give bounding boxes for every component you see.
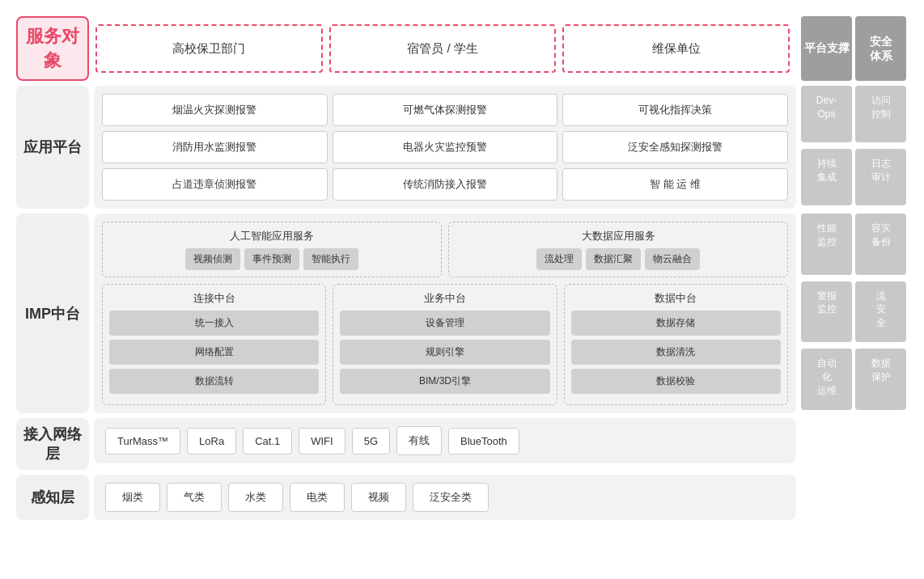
app-item-2: 可视化指挥决策 xyxy=(562,94,788,126)
sense-item-5: 泛安全类 xyxy=(413,483,489,512)
imp-label: IMP中台 xyxy=(16,213,89,413)
big-title: 大数据应用服务 xyxy=(456,229,781,243)
connect-item-1: 网络配置 xyxy=(109,340,319,365)
ai-tags: 视频侦测 事件预测 智能执行 xyxy=(109,248,434,270)
big-tag-0: 流处理 xyxy=(536,248,582,270)
data-item-0: 数据存储 xyxy=(571,311,781,336)
app-item-3: 消防用水监测报警 xyxy=(102,131,328,163)
network-item-5: 有线 xyxy=(396,426,442,455)
security-item-4: 数据 保护 xyxy=(855,349,906,410)
biz-title: 业务中台 xyxy=(340,291,549,306)
service-items: 高校保卫部门 宿管员 / 学生 维保单位 xyxy=(95,16,790,81)
app-item-6: 占道违章侦测报警 xyxy=(102,168,328,201)
service-item-2: 维保单位 xyxy=(562,24,790,73)
ai-big-row: 人工智能应用服务 视频侦测 事件预测 智能执行 大数据应用服务 流处理 数据汇聚… xyxy=(102,222,788,277)
sense-item-4: 视频 xyxy=(351,483,406,512)
network-item-4: 5G xyxy=(352,428,390,454)
platform-item-3: 警报 监控 xyxy=(801,281,852,343)
sense-item-0: 烟类 xyxy=(105,483,160,512)
network-item-6: BlueTooth xyxy=(448,428,519,454)
app-item-8: 智 能 运 维 xyxy=(562,168,788,201)
security-item-1: 日志 审计 xyxy=(855,149,906,205)
security-col-app: 访问 控制 日志 审计 xyxy=(855,86,906,209)
big-section: 大数据应用服务 流处理 数据汇聚 物云融合 xyxy=(448,222,788,277)
biz-item-2: BIM/3D引擎 xyxy=(340,369,549,394)
platform-item-1: 持续 集成 xyxy=(801,149,852,205)
sense-items: 烟类 气类 水类 电类 视频 泛安全类 xyxy=(94,475,796,520)
platform-item-0: Dev- Ops xyxy=(801,86,852,142)
sense-item-2: 水类 xyxy=(228,483,283,512)
security-item-3: 流 安 全 xyxy=(855,281,906,343)
sense-row: 感知层 烟类 气类 水类 电类 视频 泛安全类 xyxy=(16,475,906,520)
app-grid: 烟温火灾探测报警 可燃气体探测报警 可视化指挥决策 消防用水监测报警 电器火灾监… xyxy=(102,94,788,201)
data-title: 数据中台 xyxy=(571,291,781,306)
app-item-1: 可燃气体探测报警 xyxy=(333,94,558,126)
connect-item-2: 数据流转 xyxy=(109,369,319,394)
network-row: 接入网络层 TurMass™ LoRa Cat.1 WIFI 5G 有线 Blu… xyxy=(16,418,906,470)
network-item-0: TurMass™ xyxy=(105,428,180,454)
app-grid-container: 烟温火灾探测报警 可燃气体探测报警 可视化指挥决策 消防用水监测报警 电器火灾监… xyxy=(94,86,796,209)
platform-header: 平台支撑 xyxy=(801,16,852,81)
big-tag-1: 数据汇聚 xyxy=(586,248,641,270)
network-label: 接入网络层 xyxy=(16,418,89,470)
network-content: TurMass™ LoRa Cat.1 WIFI 5G 有线 BlueTooth xyxy=(94,418,796,470)
connect-title: 连接中台 xyxy=(109,291,319,306)
service-item-0: 高校保卫部门 xyxy=(95,24,323,73)
imp-row: IMP中台 人工智能应用服务 视频侦测 事件预测 智能执行 大数据应用服务 xyxy=(16,213,906,413)
ai-tag-2: 智能执行 xyxy=(303,248,358,270)
imp-content: 人工智能应用服务 视频侦测 事件预测 智能执行 大数据应用服务 流处理 数据汇聚… xyxy=(94,213,796,413)
imp-right-cols: 性能 监控 警报 监控 自动 化 运维 容灾 备份 流 安 全 数据 保护 xyxy=(801,213,906,413)
network-items: TurMass™ LoRa Cat.1 WIFI 5G 有线 BlueTooth xyxy=(94,418,796,463)
sense-item-1: 气类 xyxy=(167,483,222,512)
ai-section: 人工智能应用服务 视频侦测 事件预测 智能执行 xyxy=(102,222,442,277)
platform-col-app: Dev- Ops 持续 集成 xyxy=(801,86,852,209)
service-row: 服务对象 高校保卫部门 宿管员 / 学生 维保单位 平台支撑 安全 体系 xyxy=(16,16,906,81)
app-right-cols: Dev- Ops 持续 集成 访问 控制 日志 审计 xyxy=(801,86,906,209)
service-item-1: 宿管员 / 学生 xyxy=(329,24,557,73)
security-col-imp: 容灾 备份 流 安 全 数据 保护 xyxy=(855,213,906,413)
connect-section: 连接中台 统一接入 网络配置 数据流转 xyxy=(102,284,326,405)
ai-tag-0: 视频侦测 xyxy=(185,248,240,270)
platform-item-2: 性能 监控 xyxy=(801,213,852,275)
biz-item-0: 设备管理 xyxy=(340,311,549,336)
app-item-0: 烟温火灾探测报警 xyxy=(102,94,328,126)
security-header: 安全 体系 xyxy=(855,16,906,81)
platform-col-imp: 性能 监控 警报 监控 自动 化 运维 xyxy=(801,213,852,413)
platform-item-4: 自动 化 运维 xyxy=(801,349,852,410)
network-item-2: Cat.1 xyxy=(243,428,292,454)
big-tags: 流处理 数据汇聚 物云融合 xyxy=(456,248,781,270)
security-item-2: 容灾 备份 xyxy=(855,213,906,275)
app-item-7: 传统消防接入报警 xyxy=(333,168,558,201)
sense-label: 感知层 xyxy=(16,475,89,520)
app-item-4: 电器火灾监控预警 xyxy=(333,131,558,163)
data-item-2: 数据校验 xyxy=(571,369,781,394)
network-spacer xyxy=(801,418,906,470)
big-tag-2: 物云融合 xyxy=(645,248,700,270)
service-label: 服务对象 xyxy=(16,16,89,81)
data-section: 数据中台 数据存储 数据清洗 数据校验 xyxy=(564,284,788,405)
app-item-5: 泛安全感知探测报警 xyxy=(562,131,788,163)
sense-item-3: 电类 xyxy=(290,483,345,512)
network-item-3: WIFI xyxy=(299,428,345,454)
app-content: 烟温火灾探测报警 可燃气体探测报警 可视化指挥决策 消防用水监测报警 电器火灾监… xyxy=(94,86,796,209)
biz-section: 业务中台 设备管理 规则引擎 BIM/3D引擎 xyxy=(333,284,557,405)
imp-inner: 人工智能应用服务 视频侦测 事件预测 智能执行 大数据应用服务 流处理 数据汇聚… xyxy=(94,213,796,413)
security-item-0: 访问 控制 xyxy=(855,86,906,142)
app-label: 应用平台 xyxy=(16,86,89,209)
sense-spacer xyxy=(801,475,906,520)
network-item-1: LoRa xyxy=(187,428,236,454)
ai-tag-1: 事件预测 xyxy=(244,248,299,270)
ai-title: 人工智能应用服务 xyxy=(109,229,434,243)
right-headers: 平台支撑 安全 体系 xyxy=(801,16,906,81)
data-item-1: 数据清洗 xyxy=(571,340,781,365)
app-row: 应用平台 烟温火灾探测报警 可燃气体探测报警 可视化指挥决策 消防用水监测报警 … xyxy=(16,86,906,209)
middle-row: 连接中台 统一接入 网络配置 数据流转 业务中台 设备管理 规则引擎 BIM/3… xyxy=(102,284,788,405)
sense-content: 烟类 气类 水类 电类 视频 泛安全类 xyxy=(94,475,796,520)
connect-item-0: 统一接入 xyxy=(109,311,319,336)
biz-item-1: 规则引擎 xyxy=(340,340,549,365)
